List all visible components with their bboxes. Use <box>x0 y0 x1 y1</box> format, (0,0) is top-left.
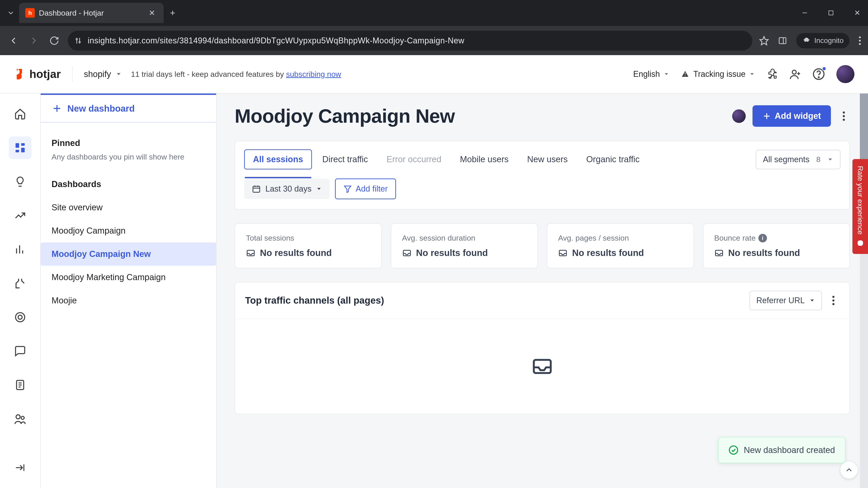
info-icon[interactable]: i <box>758 234 767 242</box>
rail-feedback[interactable] <box>9 340 31 362</box>
tracking-issue-label: Tracking issue <box>693 69 745 79</box>
rail-collapse[interactable] <box>9 456 31 479</box>
collaborator-avatar[interactable] <box>732 109 746 123</box>
segment-tab-organic-traffic[interactable]: Organic traffic <box>578 150 648 169</box>
rail-home[interactable] <box>9 103 31 125</box>
language-switcher[interactable]: English <box>633 69 669 79</box>
svg-point-45 <box>843 119 845 121</box>
rail-highlights[interactable] <box>9 170 31 193</box>
svg-rect-23 <box>21 143 25 146</box>
svg-marker-14 <box>117 73 121 75</box>
svg-marker-16 <box>750 73 754 75</box>
segment-dropdown-label: All segments <box>763 155 809 164</box>
browser-tab[interactable]: h Dashboard - Hotjar ✕ <box>19 3 164 23</box>
svg-marker-51 <box>317 188 321 190</box>
integrations-icon[interactable] <box>766 68 778 80</box>
scrollbar[interactable] <box>860 94 868 488</box>
chevron-down-icon <box>663 71 669 77</box>
svg-marker-8 <box>760 36 768 45</box>
svg-point-44 <box>843 115 845 117</box>
date-range-label: Last 30 days <box>266 184 311 194</box>
subscribe-link[interactable]: subscribing now <box>286 70 341 78</box>
address-bar[interactable]: insights.hotjar.com/sites/3814994/dashbo… <box>68 31 752 51</box>
rail-funnels[interactable] <box>9 238 31 261</box>
svg-point-60 <box>832 303 835 305</box>
site-settings-icon[interactable] <box>74 36 83 45</box>
rail-dashboards[interactable] <box>9 136 31 159</box>
side-panel-icon[interactable] <box>778 36 787 45</box>
referrer-dropdown[interactable]: Referrer URL <box>749 291 822 310</box>
plus-icon <box>763 112 771 121</box>
new-dashboard-button[interactable]: New dashboard <box>41 94 216 123</box>
divider <box>72 66 72 82</box>
reload-button[interactable] <box>48 34 61 47</box>
filter-panel: All sessions Direct traffic Error occurr… <box>235 141 850 210</box>
hotjar-logo-text: hotjar <box>29 68 61 80</box>
page-menu-icon[interactable] <box>838 106 850 126</box>
hotjar-logo[interactable]: hotjar <box>13 68 61 80</box>
help-icon[interactable] <box>812 68 825 80</box>
trial-banner: 11 trial days left - keep advanced featu… <box>131 70 341 78</box>
close-tab-icon[interactable]: ✕ <box>147 7 157 18</box>
pinned-heading: Pinned <box>52 138 205 148</box>
minimize-icon[interactable] <box>798 6 811 19</box>
stat-row: Total sessions No results found Avg. ses… <box>235 223 850 268</box>
bookmark-icon[interactable] <box>759 36 769 46</box>
toast-notification: New dashboard created <box>718 437 845 463</box>
svg-point-59 <box>832 299 835 302</box>
svg-point-5 <box>79 41 80 43</box>
widget-menu-icon[interactable] <box>827 291 839 311</box>
stat-value: No results found <box>260 248 332 258</box>
invite-user-icon[interactable] <box>789 68 801 80</box>
rail-engage[interactable] <box>9 408 31 430</box>
chevron-down-icon <box>827 157 833 162</box>
tracking-issue-button[interactable]: Tracking issue <box>681 69 755 79</box>
feedback-tab[interactable]: Rate your experience <box>852 159 868 254</box>
browser-menu-icon[interactable] <box>859 36 861 46</box>
segment-tab-error-occurred[interactable]: Error occurred <box>378 150 450 169</box>
sidebar-item-moodjoy-campaign-new[interactable]: Moodjoy Campaign New <box>41 242 216 266</box>
traffic-channels-widget: Top traffic channels (all pages) Referre… <box>235 282 850 414</box>
dashboards-heading: Dashboards <box>52 180 205 189</box>
close-window-icon[interactable]: ✕ <box>851 6 864 19</box>
inbox-icon <box>558 248 567 258</box>
svg-rect-1 <box>829 11 833 15</box>
chevron-down-icon <box>316 186 322 192</box>
svg-point-35 <box>16 415 20 419</box>
add-widget-button[interactable]: Add widget <box>752 105 831 127</box>
user-avatar[interactable] <box>836 65 855 83</box>
rail-heatmaps[interactable] <box>9 272 31 295</box>
sidebar-item-moodjoy-marketing[interactable]: Moodjoy Marketing Campaign <box>41 266 216 289</box>
new-dashboard-label: New dashboard <box>67 103 135 113</box>
segment-dropdown[interactable]: All segments 8 <box>756 150 840 169</box>
stat-card-total-sessions: Total sessions No results found <box>235 223 382 268</box>
sidebar-item-site-overview[interactable]: Site overview <box>41 196 216 219</box>
back-button[interactable] <box>7 34 20 47</box>
segment-tab-direct-traffic[interactable]: Direct traffic <box>314 150 376 169</box>
svg-rect-62 <box>858 240 863 246</box>
tabs-dropdown[interactable] <box>4 6 17 19</box>
rail-trends[interactable] <box>9 204 31 227</box>
site-name: shopify <box>84 69 111 79</box>
segment-tab-new-users[interactable]: New users <box>519 150 576 169</box>
segment-tab-mobile-users[interactable]: Mobile users <box>452 150 517 169</box>
new-tab-button[interactable]: + <box>165 6 180 20</box>
incognito-chip[interactable]: Incognito <box>796 33 849 48</box>
svg-point-13 <box>859 43 861 45</box>
forward-button[interactable] <box>27 34 41 47</box>
notification-dot <box>822 66 827 71</box>
svg-point-2 <box>76 38 77 40</box>
hotjar-mark-icon <box>13 68 26 80</box>
rail-recordings[interactable] <box>9 306 31 328</box>
left-rail <box>0 94 41 488</box>
date-range-picker[interactable]: Last 30 days <box>244 179 330 199</box>
add-filter-button[interactable]: Add filter <box>335 178 396 199</box>
sidebar-item-moodjoy-campaign[interactable]: Moodjoy Campaign <box>41 219 216 242</box>
sidebar-item-moojie[interactable]: Moojie <box>41 289 216 312</box>
segment-tab-all-sessions[interactable]: All sessions <box>244 149 312 169</box>
site-switcher[interactable]: shopify <box>84 69 122 79</box>
rail-surveys[interactable] <box>9 374 31 396</box>
scroll-to-top-button[interactable] <box>840 461 858 479</box>
content-area: Moodjoy Campaign New Add widget All sess… <box>217 94 868 488</box>
maximize-icon[interactable] <box>825 6 837 19</box>
